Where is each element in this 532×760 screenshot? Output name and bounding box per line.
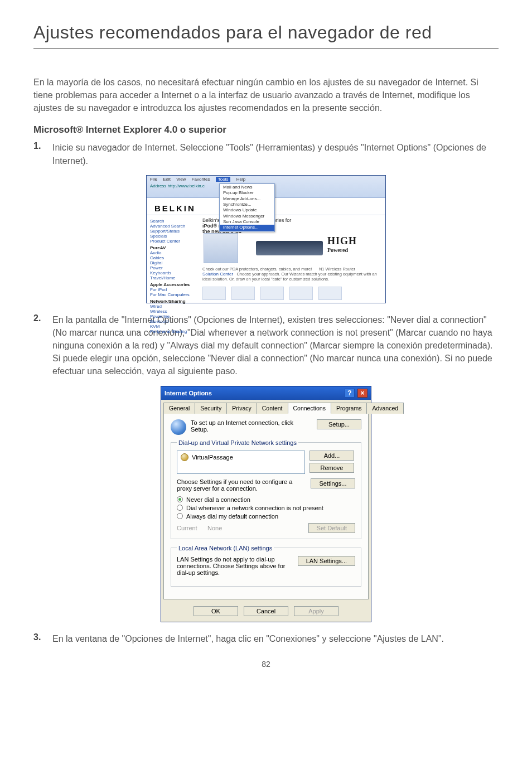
radio-dot-icon <box>177 513 183 519</box>
side-search[interactable]: Search <box>150 219 197 224</box>
side-network: Network/Sharing <box>150 299 197 304</box>
intro-text: En la mayoría de los casos, no necesitar… <box>33 76 499 115</box>
remove-button[interactable]: Remove <box>309 463 354 473</box>
tab-body: To set up an Internet connection, click … <box>163 413 369 599</box>
ok-button[interactable]: OK <box>194 606 238 616</box>
menu-edit[interactable]: Edit <box>163 177 171 182</box>
dd-winupdate[interactable]: Windows Update <box>220 207 274 213</box>
browser-sidebar: Search Advanced Search Support/Status Sp… <box>150 219 197 334</box>
browser-screenshot: File Edit View Favorites Tools Help Addr… <box>146 175 386 303</box>
step-3: 3. En la ventana de "Opciones de Interne… <box>33 632 499 645</box>
side-digital[interactable]: Digital <box>150 260 197 265</box>
close-icon[interactable]: × <box>357 389 367 398</box>
tab-connections[interactable]: Connections <box>288 403 331 414</box>
dd-mail[interactable]: Mail and News <box>220 185 274 190</box>
side-wireless[interactable]: Wireless <box>150 309 197 314</box>
side-mac[interactable]: For Mac Computers <box>150 292 197 297</box>
side-adv[interactable]: Advanced Search <box>150 224 197 229</box>
setup-text: To set up an Internet connection, click … <box>191 419 312 433</box>
high-powered: HIGH Powered <box>327 235 357 253</box>
tab-programs[interactable]: Programs <box>331 403 367 414</box>
page-title: Ajustes recomendados para el navegador d… <box>33 22 499 49</box>
address-label: Address <box>150 183 166 188</box>
dd-internet-options[interactable]: Internet Options... <box>220 225 274 230</box>
fieldset-lan: Local Area Network (LAN) settings LAN Se… <box>171 545 361 587</box>
side-keyboards[interactable]: Keyboards <box>150 270 197 275</box>
set-default-button: Set Default <box>308 523 355 533</box>
side-travel[interactable]: Travel/Home <box>150 275 197 280</box>
step-3-num: 3. <box>33 632 52 645</box>
thumb-4 <box>289 287 313 300</box>
radio-always-dial[interactable]: Always dial my default connection <box>177 513 355 520</box>
side-ipod[interactable]: For iPod <box>150 287 197 292</box>
radio-dial-not-present[interactable]: Dial whenever a network connection is no… <box>177 505 355 511</box>
radio-always-dial-label: Always dial my default connection <box>186 513 278 520</box>
tab-advanced[interactable]: Advanced <box>366 403 404 414</box>
menu-help[interactable]: Help <box>236 177 245 182</box>
hp-small: Powered <box>327 247 357 253</box>
fieldset-lan-legend: Local Area Network (LAN) settings <box>177 545 274 551</box>
side-bluetooth[interactable]: Bluetooth <box>150 319 197 324</box>
side-kvm[interactable]: KVM <box>150 324 197 329</box>
menu-tools[interactable]: Tools <box>216 177 231 182</box>
side-audio[interactable]: Audio <box>150 250 197 255</box>
menu-favorites[interactable]: Favorites <box>192 177 210 182</box>
lan-settings-button[interactable]: LAN Settings... <box>298 556 355 566</box>
radio-dot-icon <box>177 505 183 511</box>
dd-popup[interactable]: Pop-up Blocker <box>220 190 274 196</box>
tools-dropdown[interactable]: Mail and News Pop-up Blocker Manage Add-… <box>219 183 275 232</box>
vpn-item-label: VirtualPassage <box>192 454 233 461</box>
vpn-listbox[interactable]: VirtualPassage <box>177 451 305 474</box>
step-1-text: Inicie su navegador de Internet. Selecci… <box>52 141 499 167</box>
address-value[interactable]: http://www.belkin.c <box>168 183 205 188</box>
cancel-button[interactable]: Cancel <box>244 606 288 616</box>
side-peripheral[interactable]: Peripheral Sharing <box>150 329 197 334</box>
step-1: 1. Inicie su navegador de Internet. Sele… <box>33 141 499 167</box>
menu-file[interactable]: File <box>150 177 157 182</box>
side-powerline[interactable]: Powerline <box>150 314 197 319</box>
side-cables[interactable]: Cables <box>150 255 197 260</box>
side-support[interactable]: Support/Status <box>150 229 197 234</box>
side-power[interactable]: Power <box>150 265 197 270</box>
caption-2: N1 Wireless Router <box>319 267 355 272</box>
proxy-text: Choose Settings if you need to configure… <box>177 478 306 492</box>
dialog-title: Internet Options <box>165 390 212 396</box>
step-3-text: En la ventana de "Opciones de Internet",… <box>52 632 444 645</box>
tab-general[interactable]: General <box>163 403 195 414</box>
side-product-center[interactable]: Product Center <box>150 239 197 244</box>
help-icon[interactable]: ? <box>345 389 355 398</box>
tab-security[interactable]: Security <box>195 403 227 414</box>
dd-addons[interactable]: Manage Add-ons... <box>220 196 274 202</box>
dd-messenger[interactable]: Windows Messenger <box>220 214 274 219</box>
internet-options-dialog: Internet Options ? × General Security Pr… <box>161 386 371 622</box>
step-2: 2. En la pantalla de "Internet Options" … <box>33 313 499 378</box>
section-subhead: Microsoft® Internet Explorer 4.0 o super… <box>33 124 499 135</box>
side-wired[interactable]: Wired <box>150 304 197 309</box>
radio-never-dial[interactable]: Never dial a connection <box>177 496 355 503</box>
settings-button[interactable]: Settings... <box>311 478 355 488</box>
lan-text: LAN Settings do not apply to dial-up con… <box>177 556 293 576</box>
solution-center-label[interactable]: Solution Center <box>202 272 233 277</box>
dd-java[interactable]: Sun Java Console <box>220 219 274 225</box>
setup-button[interactable]: Setup... <box>317 419 361 429</box>
radio-dot-icon <box>177 496 183 502</box>
tab-content[interactable]: Content <box>257 403 288 414</box>
step-2-num: 2. <box>33 313 52 378</box>
apply-button: Apply <box>294 606 338 616</box>
side-apple: Apple Accessories <box>150 282 197 287</box>
side-specials[interactable]: Specials <box>150 234 197 239</box>
menu-view[interactable]: View <box>176 177 186 182</box>
router-photo <box>256 241 323 255</box>
add-button[interactable]: Add... <box>309 451 354 461</box>
tab-privacy[interactable]: Privacy <box>226 403 257 414</box>
step-1-num: 1. <box>33 141 52 167</box>
belkin-logo: BELKIN <box>154 204 196 213</box>
radio-dial-not-present-label: Dial whenever a network connection is no… <box>186 505 323 511</box>
dd-sync[interactable]: Synchronize... <box>220 202 274 207</box>
figure-2: Internet Options ? × General Security Pr… <box>33 386 499 622</box>
thumb-1 <box>202 287 226 300</box>
promo-photo <box>204 233 238 263</box>
current-value: None <box>207 525 222 531</box>
globe-icon <box>171 419 186 435</box>
dialog-tabs: General Security Privacy Content Connect… <box>161 400 371 413</box>
